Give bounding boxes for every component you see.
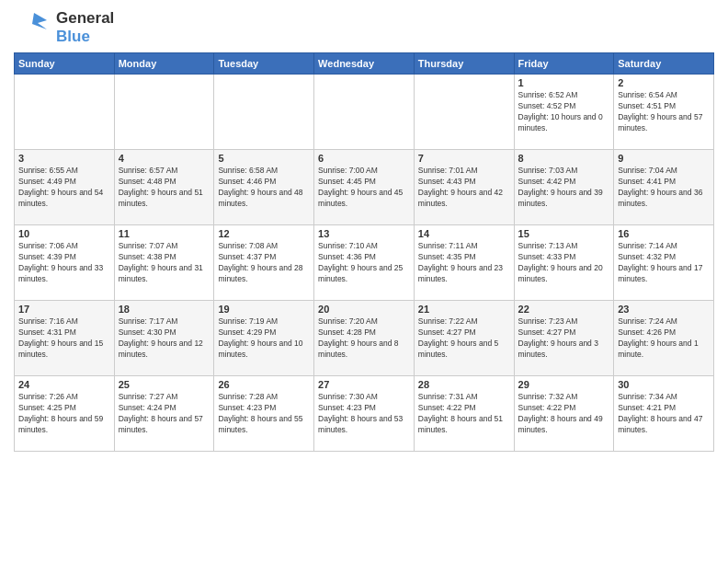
day-info: Sunrise: 7:14 AM Sunset: 4:32 PM Dayligh… — [618, 241, 710, 285]
header: GeneralBlue — [14, 9, 714, 45]
day-number: 5 — [218, 153, 310, 164]
day-info: Sunrise: 7:20 AM Sunset: 4:28 PM Dayligh… — [318, 316, 410, 361]
day-number: 6 — [318, 153, 410, 164]
calendar-day-header: Sunday — [15, 53, 115, 75]
calendar-week-row: 1Sunrise: 6:52 AM Sunset: 4:52 PM Daylig… — [15, 75, 714, 150]
logo-svg — [14, 11, 52, 44]
calendar-day-header: Saturday — [614, 53, 714, 75]
day-info: Sunrise: 7:32 AM Sunset: 4:22 PM Dayligh… — [518, 392, 610, 436]
day-number: 24 — [18, 379, 110, 390]
calendar-cell: 2Sunrise: 6:54 AM Sunset: 4:51 PM Daylig… — [614, 75, 714, 150]
day-number: 22 — [518, 304, 610, 315]
day-info: Sunrise: 6:54 AM Sunset: 4:51 PM Dayligh… — [618, 90, 710, 134]
day-number: 7 — [418, 153, 510, 164]
day-number: 17 — [18, 304, 110, 315]
calendar-cell: 1Sunrise: 6:52 AM Sunset: 4:52 PM Daylig… — [514, 75, 614, 150]
day-number: 10 — [18, 228, 110, 239]
day-number: 3 — [18, 153, 110, 164]
page-container: GeneralBlue SundayMondayTuesdayWednesday… — [0, 0, 728, 456]
day-info: Sunrise: 7:34 AM Sunset: 4:21 PM Dayligh… — [618, 392, 710, 436]
day-info: Sunrise: 7:31 AM Sunset: 4:22 PM Dayligh… — [418, 392, 510, 436]
day-number: 26 — [218, 379, 310, 390]
day-info: Sunrise: 7:28 AM Sunset: 4:23 PM Dayligh… — [218, 392, 310, 436]
day-info: Sunrise: 6:52 AM Sunset: 4:52 PM Dayligh… — [518, 90, 610, 134]
calendar-cell: 29Sunrise: 7:32 AM Sunset: 4:22 PM Dayli… — [514, 376, 614, 452]
calendar-cell: 24Sunrise: 7:26 AM Sunset: 4:25 PM Dayli… — [15, 376, 115, 452]
day-number: 23 — [618, 304, 710, 315]
calendar-cell: 30Sunrise: 7:34 AM Sunset: 4:21 PM Dayli… — [614, 376, 714, 452]
day-info: Sunrise: 7:01 AM Sunset: 4:43 PM Dayligh… — [418, 166, 510, 210]
calendar-cell: 16Sunrise: 7:14 AM Sunset: 4:32 PM Dayli… — [614, 225, 714, 301]
day-info: Sunrise: 7:30 AM Sunset: 4:23 PM Dayligh… — [318, 392, 410, 436]
day-info: Sunrise: 7:27 AM Sunset: 4:24 PM Dayligh… — [119, 392, 210, 436]
calendar-cell: 20Sunrise: 7:20 AM Sunset: 4:28 PM Dayli… — [314, 301, 415, 376]
calendar-cell: 14Sunrise: 7:11 AM Sunset: 4:35 PM Dayli… — [414, 225, 514, 301]
day-number: 27 — [318, 379, 410, 390]
day-info: Sunrise: 7:10 AM Sunset: 4:36 PM Dayligh… — [318, 241, 410, 285]
day-info: Sunrise: 6:57 AM Sunset: 4:48 PM Dayligh… — [119, 166, 210, 210]
day-info: Sunrise: 7:13 AM Sunset: 4:33 PM Dayligh… — [518, 241, 610, 285]
day-number: 14 — [418, 228, 510, 239]
calendar-week-row: 10Sunrise: 7:06 AM Sunset: 4:39 PM Dayli… — [15, 225, 714, 301]
calendar-week-row: 24Sunrise: 7:26 AM Sunset: 4:25 PM Dayli… — [15, 376, 714, 452]
day-info: Sunrise: 7:24 AM Sunset: 4:26 PM Dayligh… — [618, 316, 710, 361]
calendar-cell — [314, 75, 415, 150]
day-number: 1 — [518, 77, 610, 88]
calendar-cell: 3Sunrise: 6:55 AM Sunset: 4:49 PM Daylig… — [15, 150, 115, 225]
day-number: 4 — [119, 153, 210, 164]
calendar-cell: 18Sunrise: 7:17 AM Sunset: 4:30 PM Dayli… — [114, 301, 214, 376]
day-info: Sunrise: 7:17 AM Sunset: 4:30 PM Dayligh… — [119, 316, 210, 361]
calendar-cell: 28Sunrise: 7:31 AM Sunset: 4:22 PM Dayli… — [414, 376, 514, 452]
calendar-cell: 19Sunrise: 7:19 AM Sunset: 4:29 PM Dayli… — [214, 301, 314, 376]
day-number: 15 — [518, 228, 610, 239]
calendar-cell: 15Sunrise: 7:13 AM Sunset: 4:33 PM Dayli… — [514, 225, 614, 301]
day-number: 25 — [119, 379, 210, 390]
calendar-table: SundayMondayTuesdayWednesdayThursdayFrid… — [14, 52, 714, 452]
day-number: 11 — [119, 228, 210, 239]
day-number: 30 — [618, 379, 710, 390]
calendar-cell: 26Sunrise: 7:28 AM Sunset: 4:23 PM Dayli… — [214, 376, 314, 452]
day-number: 28 — [418, 379, 510, 390]
calendar-week-row: 17Sunrise: 7:16 AM Sunset: 4:31 PM Dayli… — [15, 301, 714, 376]
calendar-cell: 25Sunrise: 7:27 AM Sunset: 4:24 PM Dayli… — [114, 376, 214, 452]
calendar-day-header: Wednesday — [314, 53, 415, 75]
calendar-cell: 6Sunrise: 7:00 AM Sunset: 4:45 PM Daylig… — [314, 150, 415, 225]
day-number: 12 — [218, 228, 310, 239]
day-number: 21 — [418, 304, 510, 315]
calendar-cell: 27Sunrise: 7:30 AM Sunset: 4:23 PM Dayli… — [314, 376, 415, 452]
day-number: 2 — [618, 77, 710, 88]
calendar-cell: 23Sunrise: 7:24 AM Sunset: 4:26 PM Dayli… — [614, 301, 714, 376]
logo-general: General — [56, 9, 114, 28]
calendar-cell: 11Sunrise: 7:07 AM Sunset: 4:38 PM Dayli… — [114, 225, 214, 301]
day-info: Sunrise: 7:03 AM Sunset: 4:42 PM Dayligh… — [518, 166, 610, 210]
calendar-cell: 5Sunrise: 6:58 AM Sunset: 4:46 PM Daylig… — [214, 150, 314, 225]
day-info: Sunrise: 7:04 AM Sunset: 4:41 PM Dayligh… — [618, 166, 710, 210]
calendar-cell — [214, 75, 314, 150]
day-info: Sunrise: 7:11 AM Sunset: 4:35 PM Dayligh… — [418, 241, 510, 285]
day-info: Sunrise: 7:16 AM Sunset: 4:31 PM Dayligh… — [18, 316, 110, 361]
calendar-cell: 8Sunrise: 7:03 AM Sunset: 4:42 PM Daylig… — [514, 150, 614, 225]
calendar-day-header: Friday — [514, 53, 614, 75]
calendar-day-header: Monday — [114, 53, 214, 75]
day-number: 19 — [218, 304, 310, 315]
day-info: Sunrise: 7:23 AM Sunset: 4:27 PM Dayligh… — [518, 316, 610, 361]
calendar-day-header: Thursday — [414, 53, 514, 75]
day-info: Sunrise: 6:58 AM Sunset: 4:46 PM Dayligh… — [218, 166, 310, 210]
day-info: Sunrise: 7:08 AM Sunset: 4:37 PM Dayligh… — [218, 241, 310, 285]
svg-marker-0 — [32, 13, 47, 29]
calendar-header-row: SundayMondayTuesdayWednesdayThursdayFrid… — [15, 53, 714, 75]
calendar-cell: 7Sunrise: 7:01 AM Sunset: 4:43 PM Daylig… — [414, 150, 514, 225]
day-info: Sunrise: 7:07 AM Sunset: 4:38 PM Dayligh… — [119, 241, 210, 285]
calendar-cell: 21Sunrise: 7:22 AM Sunset: 4:27 PM Dayli… — [414, 301, 514, 376]
day-number: 16 — [618, 228, 710, 239]
calendar-day-header: Tuesday — [214, 53, 314, 75]
day-number: 18 — [119, 304, 210, 315]
calendar-cell: 22Sunrise: 7:23 AM Sunset: 4:27 PM Dayli… — [514, 301, 614, 376]
calendar-week-row: 3Sunrise: 6:55 AM Sunset: 4:49 PM Daylig… — [15, 150, 714, 225]
day-number: 9 — [618, 153, 710, 164]
day-number: 13 — [318, 228, 410, 239]
day-number: 20 — [318, 304, 410, 315]
logo-blue: Blue — [56, 28, 114, 46]
day-info: Sunrise: 7:06 AM Sunset: 4:39 PM Dayligh… — [18, 241, 110, 285]
calendar-cell: 13Sunrise: 7:10 AM Sunset: 4:36 PM Dayli… — [314, 225, 415, 301]
